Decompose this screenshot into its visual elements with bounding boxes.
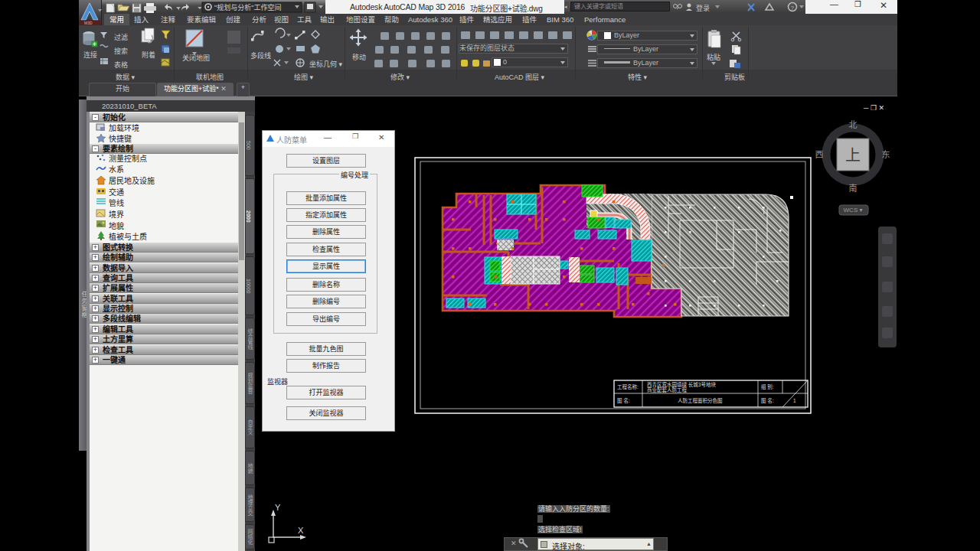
svg-text:工程名称:: 工程名称: (617, 383, 639, 390)
svg-text:东: 东 (882, 150, 890, 159)
svg-text:WCS ▾: WCS ▾ (844, 207, 863, 214)
svg-text:北: 北 (849, 120, 858, 129)
svg-text:X: X (298, 526, 304, 535)
svg-text:图 名:: 图 名: (761, 397, 774, 404)
svg-text:西青区宾水园填绿 长城3号地块: 西青区宾水园填绿 长城3号地块 (647, 381, 716, 388)
svg-text:南: 南 (849, 184, 858, 193)
svg-text:人防工程面积分色图: 人防工程面积分色图 (678, 397, 723, 404)
svg-text:上: 上 (845, 147, 861, 164)
svg-text:商业配套人防工程: 商业配套人防工程 (647, 386, 688, 393)
svg-text:图 名:: 图 名: (617, 397, 630, 404)
svg-text:─ ❐ ✕: ─ ❐ ✕ (863, 104, 884, 112)
svg-text:1: 1 (793, 398, 796, 403)
svg-text:组 别:: 组 别: (761, 383, 774, 390)
svg-text:西: 西 (815, 150, 824, 159)
svg-text:Y: Y (275, 503, 281, 512)
